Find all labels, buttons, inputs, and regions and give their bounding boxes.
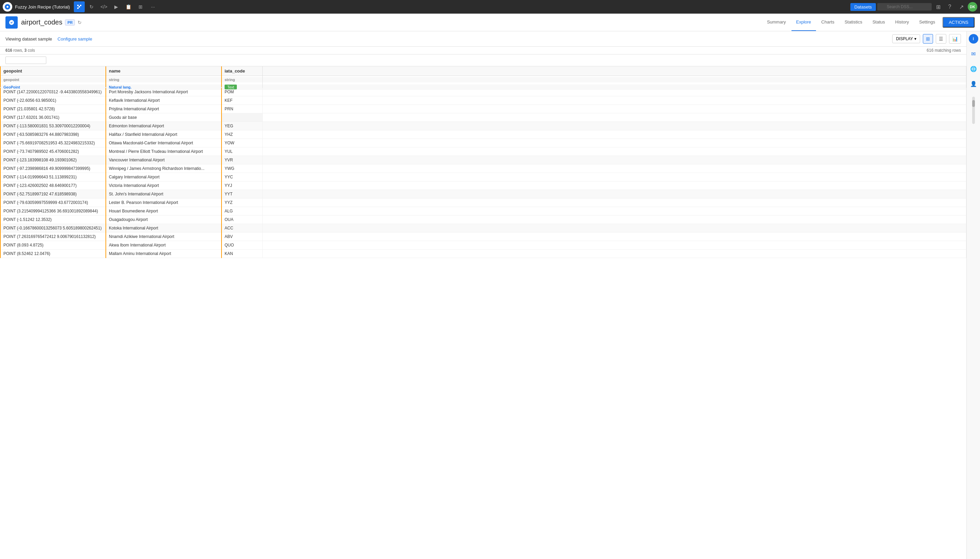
user-avatar[interactable]: DK	[968, 2, 977, 12]
display-icon[interactable]: ⊞	[135, 2, 146, 12]
filter-input[interactable]	[5, 56, 46, 64]
cell-extra	[262, 105, 967, 113]
table-row: POINT (-123.426002502 48.646900177)Victo…	[0, 182, 967, 190]
cell-extra	[262, 224, 967, 233]
dataset-header-bar: airport_codes PR ↻ Summary Explore Chart…	[0, 13, 980, 31]
tab-history[interactable]: History	[891, 13, 914, 31]
cell-extra	[262, 96, 967, 105]
more-icon[interactable]: ···	[147, 2, 158, 12]
cell-extra	[262, 198, 967, 207]
grid-view-button[interactable]: ⊞	[923, 34, 933, 44]
run-icon[interactable]: ▶	[111, 2, 122, 12]
table-row: POINT (21.035801 42.5728)Priştina Intern…	[0, 105, 967, 113]
cell-name: Mallam Aminu International Airport	[106, 250, 221, 258]
col-header-geopoint[interactable]: geopoint	[0, 66, 106, 76]
col-type-iata: string	[221, 77, 262, 83]
table-row: POINT (-114.019996643 51.113899231)Calga…	[0, 173, 967, 182]
cell-extra	[262, 215, 967, 224]
cell-iata: YYJ	[221, 182, 262, 190]
cell-extra	[262, 250, 967, 258]
app-logo[interactable]	[3, 2, 12, 12]
row-col-count: 616 rows, 3 cols	[5, 48, 35, 53]
grid-icon[interactable]: ⊞	[933, 2, 943, 12]
cell-iata: ALG	[221, 207, 262, 215]
info-icon[interactable]: i	[969, 34, 978, 44]
top-navigation: Fuzzy Join Recipe (Tutorial) ↻ </> ▶ 📋 ⊞…	[0, 0, 980, 13]
cell-geopoint: POINT (-123.426002502 48.646900177)	[0, 182, 106, 190]
global-search-input[interactable]	[877, 3, 932, 10]
scrollbar-track[interactable]	[972, 97, 975, 124]
tab-status[interactable]: Status	[868, 13, 890, 31]
user-icon[interactable]: 👤	[969, 79, 978, 89]
cell-geopoint: POINT (-63.5085983276 44.8807983398)	[0, 131, 106, 139]
rows-info-bar: 616 rows, 3 cols 616 matching rows	[0, 46, 967, 55]
cell-name: Halifax / Stanfield International Airpor…	[106, 131, 221, 139]
cell-extra	[262, 164, 967, 173]
col-header-iata[interactable]: iata_code	[221, 66, 262, 76]
cell-extra	[262, 173, 967, 182]
col-type-geopoint: geopoint	[0, 77, 106, 83]
cell-iata: OUA	[221, 215, 262, 224]
dataset-refresh-icon[interactable]: ↻	[78, 20, 82, 25]
col-header-name[interactable]: name	[106, 66, 221, 76]
tab-explore[interactable]: Explore	[792, 13, 816, 31]
mail-icon[interactable]: ✉	[969, 49, 978, 59]
table-row: POINT (-1.51242 12.3532)Ouagadougou Airp…	[0, 215, 967, 224]
display-button[interactable]: DISPLAY ▾	[892, 35, 920, 43]
cell-name: Guodu air base	[106, 113, 221, 122]
cell-extra	[262, 182, 967, 190]
tab-summary[interactable]: Summary	[762, 13, 791, 31]
tab-settings[interactable]: Settings	[914, 13, 940, 31]
cell-geopoint: POINT (-73.7407989502 45.4706001282)	[0, 147, 106, 156]
cell-geopoint: POINT (-114.019996643 51.113899231)	[0, 173, 106, 182]
scrollbar-thumb[interactable]	[972, 100, 975, 107]
cell-name: Calgary International Airport	[106, 173, 221, 182]
cell-geopoint: POINT (-1.51242 12.3532)	[0, 215, 106, 224]
cell-extra	[262, 131, 967, 139]
data-table-wrapper[interactable]: geopoint name iata_code geopoint	[0, 66, 967, 559]
table-row: POINT (-123.183998108 49.193901062)Vanco…	[0, 156, 967, 164]
cell-geopoint: POINT (3.215409994125366 36.691001892089…	[0, 207, 106, 215]
table-meaning-row: GeoPoint Natural lang. Text	[0, 82, 967, 88]
configure-sample-link[interactable]: Configure sample	[58, 36, 92, 41]
refresh-icon[interactable]: ↻	[86, 2, 97, 12]
col-meaning-iata[interactable]: Text	[221, 84, 262, 90]
table-row: POINT (-22.6056 63.985001)Keflavik Inter…	[0, 96, 967, 105]
datasets-button[interactable]: Datasets	[850, 3, 876, 11]
dataset-badge[interactable]: PR	[65, 20, 75, 26]
table-body: POINT (147.22000122070312 -9.44338035583…	[0, 88, 967, 258]
chart-view-button[interactable]: 📊	[949, 34, 961, 44]
col-meaning-name[interactable]: Natural lang.	[106, 84, 221, 90]
cell-name: Montreal / Pierre Elliott Trudeau Intern…	[106, 147, 221, 156]
toolbar: Viewing dataset sample Configure sample …	[0, 31, 967, 46]
cell-iata	[221, 113, 262, 122]
cell-geopoint: POINT (21.035801 42.5728)	[0, 105, 106, 113]
cell-geopoint: POINT (-22.6056 63.985001)	[0, 96, 106, 105]
matching-rows: 616 matching rows	[927, 48, 961, 53]
help-icon[interactable]: ?	[945, 2, 955, 12]
table-row: POINT (-75.66919708251953 45.32249832153…	[0, 139, 967, 147]
flow-icon[interactable]	[74, 2, 85, 12]
tab-charts[interactable]: Charts	[817, 13, 839, 31]
analytics-icon[interactable]: ↗	[956, 2, 967, 12]
cell-name: Ottawa Macdonald-Cartier International A…	[106, 139, 221, 147]
list-view-button[interactable]: ☰	[936, 34, 946, 44]
cell-geopoint: POINT (-75.66919708251953 45.32249832153…	[0, 139, 106, 147]
cell-iata: ABV	[221, 233, 262, 241]
tab-statistics[interactable]: Statistics	[840, 13, 867, 31]
globe-icon[interactable]: 🌐	[969, 64, 978, 74]
cell-iata: YEG	[221, 122, 262, 131]
cell-geopoint: POINT (-113.580001831 53.309700012200004…	[0, 122, 106, 131]
table-row: POINT (7.263169765472412 9.0067901611328…	[0, 233, 967, 241]
code-icon[interactable]: </>	[98, 2, 109, 12]
cell-geopoint: POINT (-97.2398986816 49.909999847399995…	[0, 164, 106, 173]
cell-geopoint: POINT (117.63201 36.001741)	[0, 113, 106, 122]
notebook-icon[interactable]: 📋	[123, 2, 134, 12]
cell-name: Vancouver International Airport	[106, 156, 221, 164]
actions-button[interactable]: ACTIONS	[942, 17, 975, 28]
content-area: Viewing dataset sample Configure sample …	[0, 31, 980, 559]
cell-iata: YYC	[221, 173, 262, 182]
col-meaning-geopoint[interactable]: GeoPoint	[0, 84, 106, 90]
filter-row	[0, 55, 967, 66]
main-panel: Viewing dataset sample Configure sample …	[0, 31, 967, 559]
